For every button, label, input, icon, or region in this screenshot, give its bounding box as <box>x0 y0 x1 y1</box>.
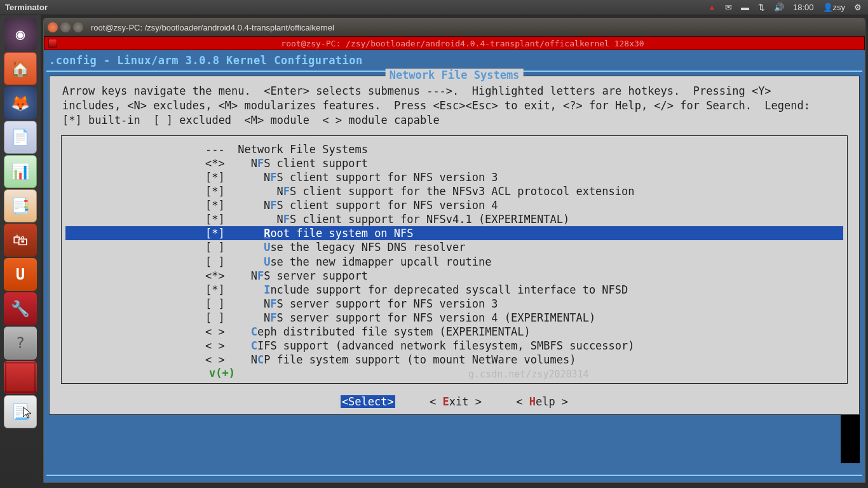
terminator-icon[interactable] <box>4 361 37 394</box>
dash-icon[interactable]: ◉ <box>4 18 37 51</box>
settings-icon[interactable]: 🔧 <box>4 292 37 325</box>
system-tray: ▲ ✉ ▬ ⇅ 🔊 18:00 👤 zsy ⚙ <box>708 3 868 12</box>
user-menu[interactable]: 👤 zsy <box>823 3 846 12</box>
option-row[interactable]: < > CIFS support (advanced network files… <box>65 339 843 353</box>
option-row[interactable]: --- Network File Systems <box>65 142 843 156</box>
terminal-body[interactable]: .config - Linux/arm 3.0.8 Kernel Configu… <box>44 50 865 482</box>
bottom-rule <box>46 475 862 476</box>
mail-icon[interactable]: ✉ <box>725 3 732 12</box>
document-icon[interactable]: 📃 <box>4 395 37 428</box>
option-row[interactable]: <*> NFS client support <box>65 156 843 170</box>
option-row[interactable]: [ ] Use the legacy NFS DNS resolver <box>65 240 843 254</box>
option-row[interactable]: [*] NFS client support for NFSv4.1 (EXPE… <box>65 212 843 226</box>
option-row[interactable]: <*> NFS server support <box>65 269 843 283</box>
option-row[interactable]: [*] NFS client support for NFS version 4 <box>65 198 843 212</box>
minimize-icon[interactable] <box>60 22 71 32</box>
exit-button[interactable]: < Exit > <box>430 395 482 408</box>
close-icon[interactable] <box>48 22 58 32</box>
warning-icon[interactable]: ▲ <box>708 3 716 12</box>
help-button[interactable]: < Help > <box>516 395 568 408</box>
option-row[interactable]: < > NCP file system support (to mount Ne… <box>65 353 843 367</box>
option-row[interactable]: [*] Include support for deprecated sysca… <box>65 283 843 297</box>
menu-buttons: <Select> < Exit > < Help > <box>50 386 859 410</box>
option-row[interactable]: [ ] NFS server support for NFS version 3 <box>65 297 843 311</box>
panel-app-title: Terminator <box>0 3 48 12</box>
option-row[interactable]: [*] Root file system on NFS <box>65 226 843 240</box>
option-row[interactable]: < > Ceph distributed file system (EXPERI… <box>65 325 843 339</box>
top-panel: Terminator ▲ ✉ ▬ ⇅ 🔊 18:00 👤 zsy ⚙ <box>0 0 868 15</box>
split-icon[interactable] <box>48 39 57 48</box>
menuconfig-box: Network File Systems Arrow keys navigate… <box>49 76 860 415</box>
option-row[interactable]: [ ] NFS server support for NFS version 4… <box>65 311 843 325</box>
launcher-bar: ◉ 🏠 🦊 📄 📊 📑 🛍 U 🔧 ? 📃 <box>0 15 41 488</box>
option-row[interactable]: [*] NFS client support for the NFSv3 ACL… <box>65 184 843 198</box>
power-icon[interactable]: ⚙ <box>854 3 862 12</box>
help-icon[interactable]: ? <box>4 327 37 360</box>
option-list[interactable]: g.csdn.net/zsy2020314 --- Network File S… <box>61 135 848 384</box>
battery-icon[interactable]: ▬ <box>741 3 749 12</box>
menubox-title: Network File Systems <box>386 69 524 81</box>
more-indicator: v(+) <box>65 367 843 379</box>
maximize-icon[interactable] <box>73 22 83 32</box>
nautilus-icon[interactable]: 🏠 <box>4 52 37 85</box>
calc-icon[interactable]: 📊 <box>4 155 37 188</box>
firefox-icon[interactable]: 🦊 <box>4 86 37 119</box>
window-title: root@zsy-PC: /zsy/bootloader/android4.0.… <box>91 23 334 32</box>
volume-icon[interactable]: 🔊 <box>774 3 784 12</box>
option-row[interactable]: [*] NFS client support for NFS version 3 <box>65 170 843 184</box>
ubuntu-one-icon[interactable]: U <box>4 258 37 291</box>
clock[interactable]: 18:00 <box>793 3 814 12</box>
network-icon[interactable]: ⇅ <box>758 3 765 12</box>
titlebar[interactable]: root@zsy-PC: /zsy/bootloader/android4.0.… <box>44 18 865 36</box>
writer-icon[interactable]: 📄 <box>4 121 37 154</box>
software-center-icon[interactable]: 🛍 <box>4 224 37 257</box>
option-row[interactable]: [ ] Use the new idmapper upcall routine <box>65 255 843 269</box>
tab-title: root@zsy-PC: /zsy/bootloader/android4.0.… <box>61 39 864 48</box>
watermark-text: g.csdn.net/zsy2020314 <box>468 369 589 380</box>
impress-icon[interactable]: 📑 <box>4 189 37 222</box>
terminator-tabbar[interactable]: root@zsy-PC: /zsy/bootloader/android4.0.… <box>44 36 865 50</box>
terminal-window: root@zsy-PC: /zsy/bootloader/android4.0.… <box>43 18 865 483</box>
help-text: Arrow keys navigate the menu. <Enter> se… <box>50 76 859 130</box>
select-button[interactable]: <Select> <box>341 395 395 408</box>
